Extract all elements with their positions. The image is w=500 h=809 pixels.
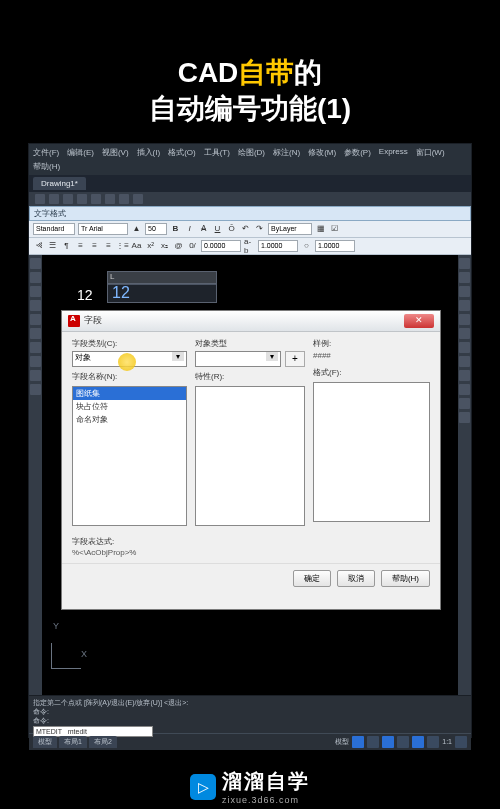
- tool-icon[interactable]: [459, 300, 470, 311]
- oblique-icon[interactable]: 0/: [187, 240, 198, 251]
- tool-icon[interactable]: [459, 342, 470, 353]
- list-item[interactable]: 图纸集: [73, 387, 186, 400]
- toolbar-icon[interactable]: [77, 194, 87, 204]
- align-center-icon[interactable]: ≡: [89, 240, 100, 251]
- grid-icon[interactable]: [352, 736, 364, 748]
- command-line[interactable]: 指定第二个点或 [阵列(A)/退出(E)/放弃(U)] <退出>: 命令: 命令…: [29, 695, 471, 733]
- tool-icon[interactable]: [30, 300, 41, 311]
- menu-dimen[interactable]: 标注(N): [273, 147, 300, 158]
- menu-format[interactable]: 格式(O): [168, 147, 196, 158]
- layout-tab-model[interactable]: 模型: [33, 736, 57, 748]
- sub-button[interactable]: x₂: [159, 240, 170, 251]
- drawing-canvas[interactable]: 12 12 字段 ✕ 字段类别(C): 对象 字段名称(N):: [29, 255, 471, 695]
- menu-insert[interactable]: 插入(I): [137, 147, 161, 158]
- menubar[interactable]: 文件(F) 编辑(E) 视图(V) 插入(I) 格式(O) 工具(T) 绘图(D…: [29, 144, 471, 161]
- tool-icon[interactable]: [459, 370, 470, 381]
- property-list[interactable]: [195, 386, 305, 526]
- tool-icon[interactable]: [30, 328, 41, 339]
- layer-color-select[interactable]: ByLayer: [268, 223, 312, 235]
- tool-icon[interactable]: [459, 384, 470, 395]
- menu-express[interactable]: Express: [379, 147, 408, 158]
- tool-icon[interactable]: [30, 272, 41, 283]
- tool-icon[interactable]: [459, 356, 470, 367]
- tracking-input[interactable]: [201, 240, 241, 252]
- justify-icon[interactable]: ⫷: [33, 240, 44, 251]
- menu-view[interactable]: 视图(V): [102, 147, 129, 158]
- track-icon[interactable]: [427, 736, 439, 748]
- menu-help[interactable]: 帮助(H): [33, 161, 60, 172]
- align-right-icon[interactable]: ≡: [103, 240, 114, 251]
- tool-icon[interactable]: [30, 342, 41, 353]
- menu-draw[interactable]: 绘图(D): [238, 147, 265, 158]
- snap-icon[interactable]: [367, 736, 379, 748]
- ruler-icon[interactable]: ▦: [315, 223, 326, 234]
- close-button[interactable]: ✕: [404, 314, 434, 328]
- tool-icon[interactable]: [30, 384, 41, 395]
- overline-button[interactable]: Ō: [226, 223, 237, 234]
- spacing-icon[interactable]: ○: [301, 240, 312, 251]
- field-name-list[interactable]: 图纸集 块占位符 命名对象: [72, 386, 187, 526]
- object-type-select[interactable]: [195, 351, 281, 367]
- tool-icon[interactable]: [459, 314, 470, 325]
- polar-icon[interactable]: [397, 736, 409, 748]
- font-size-select[interactable]: 50: [145, 223, 167, 235]
- super-button[interactable]: x²: [145, 240, 156, 251]
- width-icon[interactable]: a-b: [244, 240, 255, 251]
- text-style-select[interactable]: Standard: [33, 223, 75, 235]
- toolbar-icon[interactable]: [49, 194, 59, 204]
- layout-tab-1[interactable]: 布局1: [59, 736, 87, 748]
- menu-file[interactable]: 文件(F): [33, 147, 59, 158]
- tool-icon[interactable]: [459, 286, 470, 297]
- strike-button[interactable]: A̶: [198, 223, 209, 234]
- tool-icon[interactable]: [459, 272, 470, 283]
- list-item[interactable]: 块占位符: [73, 400, 186, 413]
- annotative-icon[interactable]: ▲: [131, 223, 142, 234]
- gear-icon[interactable]: [455, 736, 467, 748]
- menu-edit[interactable]: 编辑(E): [67, 147, 94, 158]
- model-indicator[interactable]: 模型: [335, 737, 349, 747]
- ortho-icon[interactable]: [382, 736, 394, 748]
- tool-icon[interactable]: [459, 328, 470, 339]
- toolbar-icon[interactable]: [63, 194, 73, 204]
- uppercase-button[interactable]: Aa: [131, 240, 142, 251]
- tool-icon[interactable]: [30, 356, 41, 367]
- mtext-editor[interactable]: 12: [107, 283, 217, 303]
- symbol-button[interactable]: @: [173, 240, 184, 251]
- cancel-button[interactable]: 取消: [337, 570, 375, 587]
- columns-icon[interactable]: ☰: [47, 240, 58, 251]
- para-icon[interactable]: ¶: [61, 240, 72, 251]
- toolbar-icon[interactable]: [91, 194, 101, 204]
- pick-object-button[interactable]: +: [285, 351, 305, 367]
- bold-button[interactable]: B: [170, 223, 181, 234]
- list-item[interactable]: 命名对象: [73, 413, 186, 426]
- help-button[interactable]: 帮助(H): [381, 570, 430, 587]
- scale-indicator[interactable]: 1:1: [442, 738, 452, 745]
- toolbar-icon[interactable]: [35, 194, 45, 204]
- undo-button[interactable]: ↶: [240, 223, 251, 234]
- menu-modify[interactable]: 修改(M): [308, 147, 336, 158]
- tool-icon[interactable]: [30, 258, 41, 269]
- toolbar-icon[interactable]: [105, 194, 115, 204]
- width-input[interactable]: [258, 240, 298, 252]
- osnap-icon[interactable]: [412, 736, 424, 748]
- tool-icon[interactable]: [459, 258, 470, 269]
- redo-button[interactable]: ↷: [254, 223, 265, 234]
- doc-tab[interactable]: Drawing1*: [33, 177, 86, 190]
- toolbar-icon[interactable]: [133, 194, 143, 204]
- spacing-input[interactable]: [315, 240, 355, 252]
- format-list[interactable]: [313, 382, 430, 522]
- align-left-icon[interactable]: ≡: [75, 240, 86, 251]
- tool-icon[interactable]: [459, 398, 470, 409]
- bullets-icon[interactable]: ⋮≡: [117, 240, 128, 251]
- dialog-titlebar[interactable]: 字段 ✕: [62, 311, 440, 332]
- italic-button[interactable]: I: [184, 223, 195, 234]
- layout-tab-2[interactable]: 布局2: [89, 736, 117, 748]
- toolbar-icon[interactable]: [119, 194, 129, 204]
- menu-tools[interactable]: 工具(T): [204, 147, 230, 158]
- ok-button[interactable]: ☑: [329, 223, 340, 234]
- menu-param[interactable]: 参数(P): [344, 147, 371, 158]
- tool-icon[interactable]: [459, 412, 470, 423]
- font-select[interactable]: Tr Arial: [78, 223, 128, 235]
- menu-window[interactable]: 窗口(W): [416, 147, 445, 158]
- ok-button[interactable]: 确定: [293, 570, 331, 587]
